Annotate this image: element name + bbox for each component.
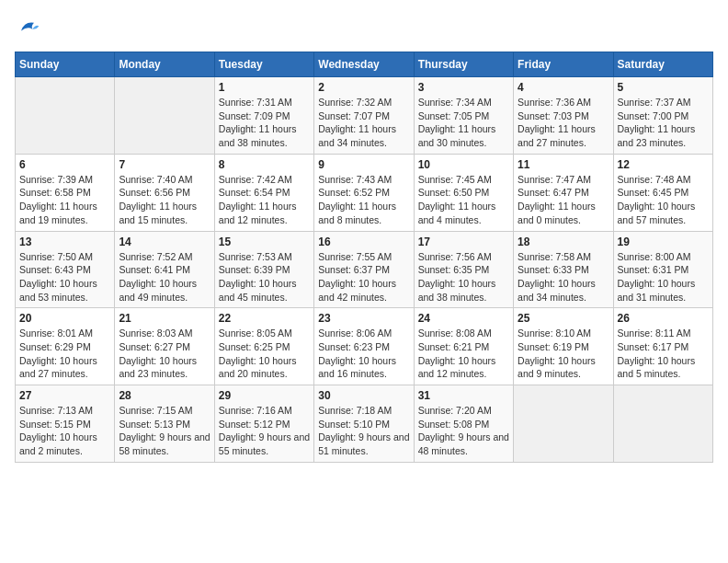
day-info: Sunrise: 8:08 AMSunset: 6:21 PMDaylight:… bbox=[418, 327, 509, 381]
day-info: Sunrise: 7:15 AMSunset: 5:13 PMDaylight:… bbox=[119, 404, 210, 458]
calendar-cell: 10Sunrise: 7:45 AMSunset: 6:50 PMDayligh… bbox=[414, 154, 513, 231]
day-info: Sunrise: 8:05 AMSunset: 6:25 PMDaylight:… bbox=[219, 327, 310, 381]
day-number: 11 bbox=[518, 158, 609, 171]
day-info: Sunrise: 7:31 AMSunset: 7:09 PMDaylight:… bbox=[219, 96, 310, 150]
logo bbox=[15, 15, 44, 40]
day-number: 21 bbox=[119, 312, 210, 325]
calendar-cell: 7Sunrise: 7:40 AMSunset: 6:56 PMDaylight… bbox=[115, 154, 214, 231]
day-number: 23 bbox=[318, 312, 409, 325]
calendar-cell: 2Sunrise: 7:32 AMSunset: 7:07 PMDaylight… bbox=[314, 77, 414, 155]
day-info: Sunrise: 8:01 AMSunset: 6:29 PMDaylight:… bbox=[19, 327, 110, 381]
calendar-cell: 8Sunrise: 7:42 AMSunset: 6:54 PMDaylight… bbox=[214, 154, 313, 231]
calendar-cell: 26Sunrise: 8:11 AMSunset: 6:17 PMDayligh… bbox=[613, 308, 712, 385]
day-number: 16 bbox=[318, 236, 409, 248]
day-number: 20 bbox=[19, 312, 110, 325]
day-info: Sunrise: 7:47 AMSunset: 6:47 PMDaylight:… bbox=[518, 173, 609, 227]
day-number: 29 bbox=[219, 389, 310, 402]
calendar-cell bbox=[613, 385, 712, 463]
day-number: 25 bbox=[518, 312, 609, 325]
day-info: Sunrise: 7:16 AMSunset: 5:12 PMDaylight:… bbox=[219, 404, 310, 458]
day-info: Sunrise: 7:56 AMSunset: 6:35 PMDaylight:… bbox=[418, 250, 509, 304]
calendar-week-row: 13Sunrise: 7:50 AMSunset: 6:43 PMDayligh… bbox=[16, 231, 713, 308]
calendar-cell: 12Sunrise: 7:48 AMSunset: 6:45 PMDayligh… bbox=[613, 154, 712, 231]
calendar-cell: 24Sunrise: 8:08 AMSunset: 6:21 PMDayligh… bbox=[414, 308, 513, 385]
calendar-cell: 3Sunrise: 7:34 AMSunset: 7:05 PMDaylight… bbox=[414, 77, 513, 155]
day-number: 10 bbox=[418, 158, 509, 171]
day-number: 2 bbox=[318, 81, 409, 94]
calendar-table: SundayMondayTuesdayWednesdayThursdayFrid… bbox=[15, 52, 713, 463]
day-number: 1 bbox=[219, 81, 310, 94]
calendar-cell: 25Sunrise: 8:10 AMSunset: 6:19 PMDayligh… bbox=[514, 308, 613, 385]
calendar-cell: 28Sunrise: 7:15 AMSunset: 5:13 PMDayligh… bbox=[115, 385, 214, 463]
calendar-week-row: 6Sunrise: 7:39 AMSunset: 6:58 PMDaylight… bbox=[16, 154, 713, 231]
day-info: Sunrise: 7:58 AMSunset: 6:33 PMDaylight:… bbox=[518, 250, 609, 304]
day-info: Sunrise: 7:39 AMSunset: 6:58 PMDaylight:… bbox=[19, 173, 110, 227]
day-number: 26 bbox=[618, 312, 709, 325]
calendar-cell: 1Sunrise: 7:31 AMSunset: 7:09 PMDaylight… bbox=[214, 77, 313, 155]
day-number: 15 bbox=[219, 236, 310, 248]
day-info: Sunrise: 7:20 AMSunset: 5:08 PMDaylight:… bbox=[418, 404, 509, 458]
day-info: Sunrise: 8:11 AMSunset: 6:17 PMDaylight:… bbox=[618, 327, 709, 381]
day-number: 9 bbox=[318, 158, 409, 171]
day-info: Sunrise: 7:37 AMSunset: 7:00 PMDaylight:… bbox=[618, 96, 709, 150]
calendar-week-row: 20Sunrise: 8:01 AMSunset: 6:29 PMDayligh… bbox=[16, 308, 713, 385]
calendar-cell: 19Sunrise: 8:00 AMSunset: 6:31 PMDayligh… bbox=[613, 231, 712, 308]
weekday-header: Wednesday bbox=[314, 52, 414, 77]
day-info: Sunrise: 7:53 AMSunset: 6:39 PMDaylight:… bbox=[219, 250, 310, 304]
calendar-cell: 11Sunrise: 7:47 AMSunset: 6:47 PMDayligh… bbox=[514, 154, 613, 231]
day-info: Sunrise: 7:48 AMSunset: 6:45 PMDaylight:… bbox=[618, 173, 709, 227]
weekday-header: Tuesday bbox=[214, 52, 313, 77]
calendar-cell: 20Sunrise: 8:01 AMSunset: 6:29 PMDayligh… bbox=[16, 308, 115, 385]
calendar-cell: 5Sunrise: 7:37 AMSunset: 7:00 PMDaylight… bbox=[613, 77, 712, 155]
calendar-cell bbox=[115, 77, 214, 155]
calendar-cell: 17Sunrise: 7:56 AMSunset: 6:35 PMDayligh… bbox=[414, 231, 513, 308]
day-info: Sunrise: 7:32 AMSunset: 7:07 PMDaylight:… bbox=[318, 96, 409, 150]
day-number: 22 bbox=[219, 312, 310, 325]
day-number: 12 bbox=[618, 158, 709, 171]
day-number: 24 bbox=[418, 312, 509, 325]
day-info: Sunrise: 7:45 AMSunset: 6:50 PMDaylight:… bbox=[418, 173, 509, 227]
day-number: 17 bbox=[418, 236, 509, 248]
calendar-cell: 15Sunrise: 7:53 AMSunset: 6:39 PMDayligh… bbox=[214, 231, 313, 308]
day-number: 8 bbox=[219, 158, 310, 171]
weekday-header: Saturday bbox=[613, 52, 712, 77]
day-number: 31 bbox=[418, 389, 509, 402]
day-info: Sunrise: 7:42 AMSunset: 6:54 PMDaylight:… bbox=[219, 173, 310, 227]
day-info: Sunrise: 7:34 AMSunset: 7:05 PMDaylight:… bbox=[418, 96, 509, 150]
calendar-cell: 31Sunrise: 7:20 AMSunset: 5:08 PMDayligh… bbox=[414, 385, 513, 463]
day-number: 28 bbox=[119, 389, 210, 402]
weekday-header: Monday bbox=[115, 52, 214, 77]
calendar-cell: 30Sunrise: 7:18 AMSunset: 5:10 PMDayligh… bbox=[314, 385, 414, 463]
day-info: Sunrise: 7:55 AMSunset: 6:37 PMDaylight:… bbox=[318, 250, 409, 304]
day-number: 18 bbox=[518, 236, 609, 248]
day-info: Sunrise: 8:06 AMSunset: 6:23 PMDaylight:… bbox=[318, 327, 409, 381]
calendar-cell bbox=[514, 385, 613, 463]
page-header bbox=[15, 15, 713, 40]
calendar-cell: 6Sunrise: 7:39 AMSunset: 6:58 PMDaylight… bbox=[16, 154, 115, 231]
calendar-cell bbox=[16, 77, 115, 155]
day-number: 14 bbox=[119, 236, 210, 248]
day-number: 13 bbox=[19, 236, 110, 248]
calendar-cell: 27Sunrise: 7:13 AMSunset: 5:15 PMDayligh… bbox=[16, 385, 115, 463]
day-number: 19 bbox=[618, 236, 709, 248]
day-number: 7 bbox=[119, 158, 210, 171]
day-info: Sunrise: 7:13 AMSunset: 5:15 PMDaylight:… bbox=[19, 404, 110, 458]
day-number: 3 bbox=[418, 81, 509, 94]
day-info: Sunrise: 8:00 AMSunset: 6:31 PMDaylight:… bbox=[618, 250, 709, 304]
day-info: Sunrise: 8:10 AMSunset: 6:19 PMDaylight:… bbox=[518, 327, 609, 381]
calendar-cell: 4Sunrise: 7:36 AMSunset: 7:03 PMDaylight… bbox=[514, 77, 613, 155]
calendar-cell: 13Sunrise: 7:50 AMSunset: 6:43 PMDayligh… bbox=[16, 231, 115, 308]
calendar-cell: 29Sunrise: 7:16 AMSunset: 5:12 PMDayligh… bbox=[214, 385, 313, 463]
day-info: Sunrise: 7:43 AMSunset: 6:52 PMDaylight:… bbox=[318, 173, 409, 227]
day-number: 4 bbox=[518, 81, 609, 94]
day-number: 5 bbox=[618, 81, 709, 94]
calendar-cell: 22Sunrise: 8:05 AMSunset: 6:25 PMDayligh… bbox=[214, 308, 313, 385]
calendar-cell: 14Sunrise: 7:52 AMSunset: 6:41 PMDayligh… bbox=[115, 231, 214, 308]
day-info: Sunrise: 8:03 AMSunset: 6:27 PMDaylight:… bbox=[119, 327, 210, 381]
day-info: Sunrise: 7:50 AMSunset: 6:43 PMDaylight:… bbox=[19, 250, 110, 304]
calendar-cell: 16Sunrise: 7:55 AMSunset: 6:37 PMDayligh… bbox=[314, 231, 414, 308]
weekday-header: Friday bbox=[514, 52, 613, 77]
calendar-cell: 9Sunrise: 7:43 AMSunset: 6:52 PMDaylight… bbox=[314, 154, 414, 231]
logo-bird-icon bbox=[15, 15, 40, 40]
day-number: 6 bbox=[19, 158, 110, 171]
